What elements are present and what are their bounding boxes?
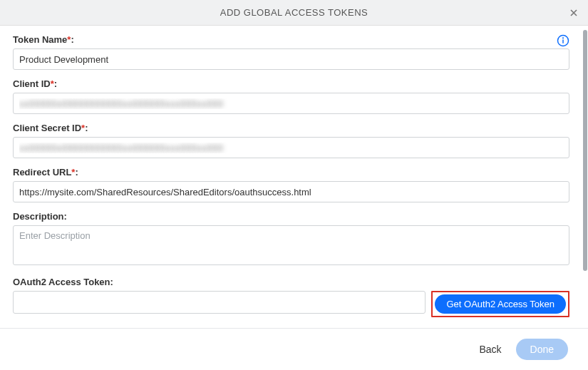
modal-footer: Back Done xyxy=(0,328,588,370)
label-text: Redirect URL xyxy=(13,167,71,178)
get-oauth-token-button[interactable]: Get OAuth2 Access Token xyxy=(435,294,566,314)
label-oauth-token: OAuth2 Access Token: xyxy=(13,277,569,287)
close-button[interactable] xyxy=(565,4,582,21)
scrollbar-thumb[interactable] xyxy=(583,30,587,271)
field-description: Description: xyxy=(13,211,569,268)
done-button[interactable]: Done xyxy=(516,339,568,360)
modal-header: ADD GLOBAL ACCESS TOKENS xyxy=(0,0,588,26)
label-text: Description xyxy=(13,211,64,222)
info-icon xyxy=(557,34,569,47)
label-client-id: Client ID*: xyxy=(13,78,569,89)
label-description: Description: xyxy=(13,211,569,222)
field-token-name: Token Name*: xyxy=(13,34,569,70)
textarea-description[interactable] xyxy=(13,225,569,265)
field-client-id: Client ID*: xyxy=(13,78,569,114)
input-redirect-url[interactable] xyxy=(13,181,569,202)
svg-point-2 xyxy=(563,38,564,38)
label-text: Client Secret ID xyxy=(13,123,81,133)
back-button[interactable]: Back xyxy=(479,344,501,355)
get-token-highlight: Get OAuth2 Access Token xyxy=(431,291,569,317)
input-token-name[interactable] xyxy=(13,48,569,70)
input-client-secret[interactable] xyxy=(13,137,569,158)
field-redirect-url: Redirect URL*: xyxy=(13,167,569,202)
close-icon xyxy=(568,7,579,19)
field-oauth-token: OAuth2 Access Token: Get OAuth2 Access T… xyxy=(13,277,569,317)
label-text: Client ID xyxy=(13,78,51,89)
label-text: OAuth2 Access Token xyxy=(13,277,110,287)
modal-add-global-access-tokens: ADD GLOBAL ACCESS TOKENS Token Name*: Cl… xyxy=(0,0,588,370)
content-wrapper: Token Name*: Client ID*: Client Secret I… xyxy=(0,26,588,328)
label-token-name: Token Name*: xyxy=(13,34,569,45)
info-button[interactable] xyxy=(557,34,569,50)
input-oauth-token[interactable] xyxy=(13,291,425,314)
field-client-secret: Client Secret ID*: xyxy=(13,123,569,158)
label-text: Token Name xyxy=(13,34,67,45)
modal-content: Token Name*: Client ID*: Client Secret I… xyxy=(0,26,582,328)
modal-title: ADD GLOBAL ACCESS TOKENS xyxy=(220,7,368,18)
label-redirect-url: Redirect URL*: xyxy=(13,167,569,178)
scrollbar[interactable] xyxy=(582,26,588,328)
label-client-secret: Client Secret ID*: xyxy=(13,123,569,133)
input-client-id[interactable] xyxy=(13,93,569,114)
oauth-row: Get OAuth2 Access Token xyxy=(13,291,569,317)
